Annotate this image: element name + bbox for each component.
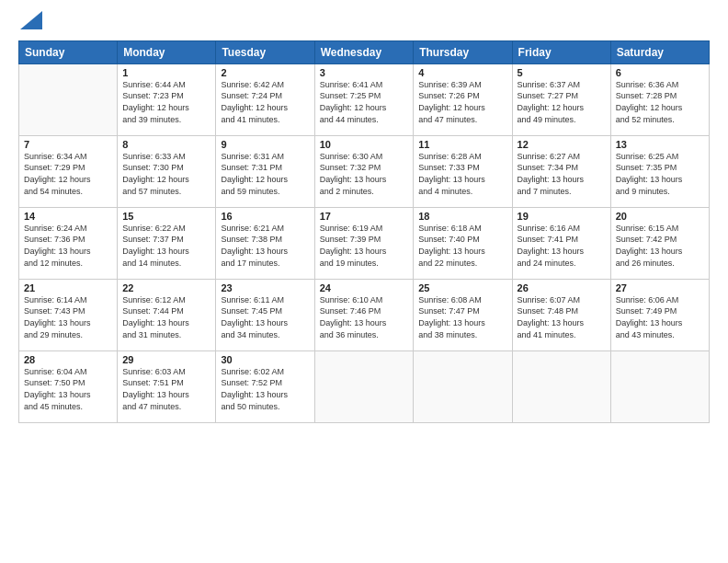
day-cell: 25Sunrise: 6:08 AM Sunset: 7:47 PM Dayli…: [414, 279, 512, 350]
day-number: 30: [221, 354, 309, 365]
day-number: 27: [616, 282, 704, 293]
day-number: 14: [24, 211, 112, 222]
day-info: Sunrise: 6:37 AM Sunset: 7:27 PM Dayligh…: [518, 79, 606, 125]
day-info: Sunrise: 6:03 AM Sunset: 7:51 PM Dayligh…: [122, 366, 210, 412]
calendar-table: SundayMondayTuesdayWednesdayThursdayFrid…: [18, 40, 710, 423]
day-info: Sunrise: 6:31 AM Sunset: 7:31 PM Dayligh…: [221, 151, 309, 197]
day-number: 6: [616, 67, 704, 78]
day-info: Sunrise: 6:33 AM Sunset: 7:30 PM Dayligh…: [122, 151, 210, 197]
day-cell: 28Sunrise: 6:04 AM Sunset: 7:50 PM Dayli…: [19, 350, 118, 422]
day-cell: 4Sunrise: 6:39 AM Sunset: 7:26 PM Daylig…: [414, 63, 512, 135]
day-number: 11: [418, 139, 506, 150]
day-info: Sunrise: 6:12 AM Sunset: 7:44 PM Dayligh…: [122, 294, 210, 340]
day-info: Sunrise: 6:44 AM Sunset: 7:23 PM Dayligh…: [122, 79, 210, 125]
day-info: Sunrise: 6:07 AM Sunset: 7:48 PM Dayligh…: [518, 294, 606, 340]
day-info: Sunrise: 6:34 AM Sunset: 7:29 PM Dayligh…: [24, 151, 112, 197]
day-info: Sunrise: 6:27 AM Sunset: 7:34 PM Dayligh…: [518, 151, 606, 197]
day-info: Sunrise: 6:04 AM Sunset: 7:50 PM Dayligh…: [24, 366, 112, 412]
day-info: Sunrise: 6:21 AM Sunset: 7:38 PM Dayligh…: [221, 223, 309, 269]
day-cell: [414, 350, 512, 422]
week-row-1: 1Sunrise: 6:44 AM Sunset: 7:23 PM Daylig…: [19, 63, 710, 135]
day-cell: 23Sunrise: 6:11 AM Sunset: 7:45 PM Dayli…: [216, 279, 314, 350]
day-cell: 29Sunrise: 6:03 AM Sunset: 7:51 PM Dayli…: [118, 350, 216, 422]
day-info: Sunrise: 6:02 AM Sunset: 7:52 PM Dayligh…: [221, 366, 309, 412]
week-row-3: 14Sunrise: 6:24 AM Sunset: 7:36 PM Dayli…: [19, 207, 710, 279]
day-info: Sunrise: 6:16 AM Sunset: 7:41 PM Dayligh…: [518, 223, 606, 269]
day-info: Sunrise: 6:24 AM Sunset: 7:36 PM Dayligh…: [24, 223, 112, 269]
weekday-header-thursday: Thursday: [414, 40, 512, 63]
day-number: 12: [518, 139, 606, 150]
day-cell: [610, 350, 709, 422]
logo-arrow-icon: [20, 11, 42, 29]
day-number: 7: [24, 139, 112, 150]
day-cell: 17Sunrise: 6:19 AM Sunset: 7:39 PM Dayli…: [314, 207, 414, 279]
day-info: Sunrise: 6:10 AM Sunset: 7:46 PM Dayligh…: [320, 294, 409, 340]
day-cell: 19Sunrise: 6:16 AM Sunset: 7:41 PM Dayli…: [512, 207, 610, 279]
weekday-header-friday: Friday: [512, 40, 610, 63]
day-number: 23: [221, 282, 309, 293]
day-number: 18: [418, 211, 506, 222]
day-cell: 9Sunrise: 6:31 AM Sunset: 7:31 PM Daylig…: [216, 135, 314, 207]
day-cell: 20Sunrise: 6:15 AM Sunset: 7:42 PM Dayli…: [610, 207, 709, 279]
day-info: Sunrise: 6:19 AM Sunset: 7:39 PM Dayligh…: [320, 223, 409, 269]
day-number: 15: [122, 211, 210, 222]
day-cell: [512, 350, 610, 422]
day-cell: 11Sunrise: 6:28 AM Sunset: 7:33 PM Dayli…: [414, 135, 512, 207]
day-number: 28: [24, 354, 112, 365]
svg-marker-0: [20, 11, 42, 29]
day-cell: 24Sunrise: 6:10 AM Sunset: 7:46 PM Dayli…: [314, 279, 414, 350]
day-number: 8: [122, 139, 210, 150]
day-cell: 3Sunrise: 6:41 AM Sunset: 7:25 PM Daylig…: [314, 63, 414, 135]
day-cell: 8Sunrise: 6:33 AM Sunset: 7:30 PM Daylig…: [118, 135, 216, 207]
day-cell: 18Sunrise: 6:18 AM Sunset: 7:40 PM Dayli…: [414, 207, 512, 279]
day-info: Sunrise: 6:18 AM Sunset: 7:40 PM Dayligh…: [418, 223, 506, 269]
day-number: 13: [616, 139, 704, 150]
day-number: 21: [24, 282, 112, 293]
day-number: 5: [518, 67, 606, 78]
page: SundayMondayTuesdayWednesdayThursdayFrid…: [0, 0, 728, 563]
day-info: Sunrise: 6:06 AM Sunset: 7:49 PM Dayligh…: [616, 294, 704, 340]
day-number: 9: [221, 139, 309, 150]
day-info: Sunrise: 6:11 AM Sunset: 7:45 PM Dayligh…: [221, 294, 309, 340]
day-cell: 6Sunrise: 6:36 AM Sunset: 7:28 PM Daylig…: [610, 63, 709, 135]
day-info: Sunrise: 6:25 AM Sunset: 7:35 PM Dayligh…: [616, 151, 704, 197]
day-cell: 10Sunrise: 6:30 AM Sunset: 7:32 PM Dayli…: [314, 135, 414, 207]
day-cell: 5Sunrise: 6:37 AM Sunset: 7:27 PM Daylig…: [512, 63, 610, 135]
day-info: Sunrise: 6:14 AM Sunset: 7:43 PM Dayligh…: [24, 294, 112, 340]
day-cell: 22Sunrise: 6:12 AM Sunset: 7:44 PM Dayli…: [118, 279, 216, 350]
day-number: 3: [320, 67, 409, 78]
day-info: Sunrise: 6:22 AM Sunset: 7:37 PM Dayligh…: [122, 223, 210, 269]
week-row-2: 7Sunrise: 6:34 AM Sunset: 7:29 PM Daylig…: [19, 135, 710, 207]
day-cell: 30Sunrise: 6:02 AM Sunset: 7:52 PM Dayli…: [216, 350, 314, 422]
day-number: 24: [320, 282, 409, 293]
day-number: 16: [221, 211, 309, 222]
day-number: 22: [122, 282, 210, 293]
day-cell: 16Sunrise: 6:21 AM Sunset: 7:38 PM Dayli…: [216, 207, 314, 279]
day-info: Sunrise: 6:15 AM Sunset: 7:42 PM Dayligh…: [616, 223, 704, 269]
day-info: Sunrise: 6:30 AM Sunset: 7:32 PM Dayligh…: [320, 151, 409, 197]
day-cell: 15Sunrise: 6:22 AM Sunset: 7:37 PM Dayli…: [118, 207, 216, 279]
day-info: Sunrise: 6:39 AM Sunset: 7:26 PM Dayligh…: [418, 79, 506, 125]
weekday-header-saturday: Saturday: [610, 40, 709, 63]
day-info: Sunrise: 6:08 AM Sunset: 7:47 PM Dayligh…: [418, 294, 506, 340]
day-cell: 21Sunrise: 6:14 AM Sunset: 7:43 PM Dayli…: [19, 279, 118, 350]
weekday-header-wednesday: Wednesday: [314, 40, 414, 63]
week-row-5: 28Sunrise: 6:04 AM Sunset: 7:50 PM Dayli…: [19, 350, 710, 422]
weekday-header-sunday: Sunday: [19, 40, 118, 63]
day-number: 19: [518, 211, 606, 222]
day-cell: 27Sunrise: 6:06 AM Sunset: 7:49 PM Dayli…: [610, 279, 709, 350]
day-number: 26: [518, 282, 606, 293]
day-info: Sunrise: 6:28 AM Sunset: 7:33 PM Dayligh…: [418, 151, 506, 197]
day-number: 29: [122, 354, 210, 365]
day-cell: 14Sunrise: 6:24 AM Sunset: 7:36 PM Dayli…: [19, 207, 118, 279]
logo: [18, 15, 42, 33]
header: [18, 15, 710, 33]
day-number: 4: [418, 67, 506, 78]
day-number: 25: [418, 282, 506, 293]
day-cell: 1Sunrise: 6:44 AM Sunset: 7:23 PM Daylig…: [118, 63, 216, 135]
day-cell: 13Sunrise: 6:25 AM Sunset: 7:35 PM Dayli…: [610, 135, 709, 207]
day-number: 10: [320, 139, 409, 150]
day-cell: 7Sunrise: 6:34 AM Sunset: 7:29 PM Daylig…: [19, 135, 118, 207]
day-cell: [314, 350, 414, 422]
day-info: Sunrise: 6:42 AM Sunset: 7:24 PM Dayligh…: [221, 79, 309, 125]
